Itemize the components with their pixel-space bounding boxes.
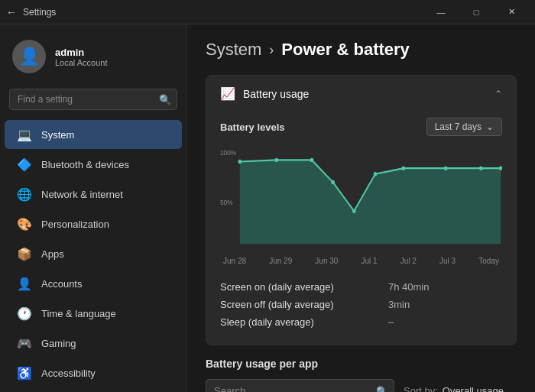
chart-title: Battery levels	[220, 121, 285, 133]
app-container: 👤 admin Local Account 🔍 💻 System 🔷 Bluet…	[0, 24, 535, 392]
battery-usage-card-body: Battery levels Last 7 days ⌄ 100% 50%	[206, 112, 516, 345]
breadcrumb-arrow: ›	[269, 42, 274, 58]
stat-value: 7h 40min	[388, 281, 429, 293]
sort-value: Overall usage	[443, 385, 504, 392]
maximize-button[interactable]: □	[459, 0, 494, 24]
nav-label-gaming: Gaming	[41, 338, 76, 349]
nav-label-network: Network & internet	[41, 189, 123, 200]
app-search-input[interactable]	[206, 379, 394, 392]
nav-label-system: System	[41, 129, 74, 141]
stat-key: Screen off (daily average)	[220, 299, 388, 310]
user-info: admin Local Account	[55, 47, 108, 67]
chart-x-label: Jul 2	[400, 257, 417, 265]
nav-icon-gaming: 🎮	[17, 335, 32, 351]
svg-point-11	[374, 172, 378, 176]
breadcrumb-system: System	[206, 40, 261, 60]
sidebar-search-box: 🔍	[9, 89, 177, 110]
chart-x-label: Jul 1	[362, 257, 378, 265]
battery-usage-card-header[interactable]: 📈 Battery usage ⌃	[206, 76, 516, 112]
sidebar-search-input[interactable]	[9, 89, 177, 110]
sidebar-search-icon: 🔍	[159, 94, 171, 105]
nav-icon-time: 🕐	[17, 306, 32, 321]
content-area: System › Power & battery 📈 Battery usage…	[187, 24, 535, 392]
stat-row: Screen off (daily average) 3min	[220, 296, 502, 313]
svg-point-14	[479, 166, 483, 170]
battery-usage-card: 📈 Battery usage ⌃ Battery levels Last 7 …	[206, 75, 517, 345]
nav-label-apps: Apps	[41, 248, 64, 260]
titlebar-controls: — □ ✕	[423, 0, 529, 24]
avatar: 👤	[12, 40, 46, 73]
sort-control[interactable]: Sort by: Overall usage ⌄	[404, 385, 517, 392]
sort-label: Sort by:	[404, 385, 438, 392]
user-name: admin	[55, 47, 108, 58]
minimize-button[interactable]: —	[423, 0, 459, 24]
sidebar-item-network[interactable]: 🌐 Network & internet	[5, 180, 182, 209]
app-search-row: 🔍 Sort by: Overall usage ⌄	[206, 379, 517, 392]
chart-x-labels: Jun 28Jun 29Jun 30Jul 1Jul 2Jul 3Today	[220, 257, 502, 265]
stat-key: Sleep (daily average)	[220, 316, 388, 328]
chart-x-label: Jul 3	[439, 257, 456, 265]
svg-point-12	[402, 166, 406, 170]
chart-x-label: Jun 29	[269, 257, 292, 265]
nav-list: 💻 System 🔷 Bluetooth & devices 🌐 Network…	[0, 119, 186, 392]
chart-x-label: Jun 28	[223, 257, 246, 265]
nav-icon-system: 💻	[17, 127, 32, 142]
dropdown-chevron-icon: ⌄	[486, 121, 494, 132]
svg-point-8	[310, 158, 314, 162]
battery-chart-container: 100% 50%	[220, 145, 502, 267]
chart-x-label: Jun 30	[315, 257, 338, 265]
nav-label-personalization: Personalization	[41, 219, 109, 230]
sidebar-item-accounts[interactable]: 👤 Accounts	[5, 269, 182, 298]
titlebar: ← Settings — □ ✕	[0, 0, 535, 24]
sidebar-item-personalization[interactable]: 🎨 Personalization	[5, 209, 182, 238]
sidebar-item-system[interactable]: 💻 System	[5, 120, 182, 149]
nav-label-accessibility: Accessibility	[41, 368, 96, 379]
back-icon[interactable]: ←	[6, 6, 17, 18]
battery-chart-icon: 📈	[220, 86, 235, 101]
svg-text:100%: 100%	[220, 148, 236, 157]
sidebar-item-time[interactable]: 🕐 Time & language	[5, 299, 182, 328]
svg-point-9	[331, 180, 335, 184]
svg-point-6	[238, 160, 242, 164]
chevron-up-icon: ⌃	[494, 89, 502, 99]
battery-usage-label: Battery usage	[243, 88, 309, 100]
battery-per-app-title: Battery usage per app	[206, 358, 517, 370]
sidebar-item-bluetooth[interactable]: 🔷 Bluetooth & devices	[5, 150, 182, 179]
nav-icon-apps: 📦	[17, 246, 32, 261]
page-header: System › Power & battery	[206, 40, 517, 60]
stat-row: Sleep (daily average) –	[220, 313, 502, 331]
nav-icon-network: 🌐	[17, 186, 32, 202]
nav-label-time: Time & language	[41, 308, 116, 319]
app-search-box: 🔍	[206, 379, 394, 392]
chart-controls: Battery levels Last 7 days ⌄	[220, 118, 502, 136]
breadcrumb-current: Power & battery	[281, 40, 410, 60]
stat-value: 3min	[388, 299, 410, 310]
battery-stats: Screen on (daily average) 7h 40min Scree…	[220, 278, 502, 331]
sort-chevron-icon: ⌄	[508, 385, 517, 392]
sidebar-item-privacy[interactable]: 🔒 Privacy & security	[5, 388, 182, 392]
stat-key: Screen on (daily average)	[220, 281, 388, 293]
nav-icon-accounts: 👤	[17, 276, 32, 291]
titlebar-title: Settings	[23, 7, 56, 18]
svg-point-10	[352, 209, 356, 212]
sidebar: 👤 admin Local Account 🔍 💻 System 🔷 Bluet…	[0, 24, 187, 392]
user-profile: 👤 admin Local Account	[0, 34, 186, 86]
sidebar-item-apps[interactable]: 📦 Apps	[5, 239, 182, 268]
app-search-icon: 🔍	[376, 385, 388, 392]
time-range-dropdown[interactable]: Last 7 days ⌄	[426, 118, 502, 136]
nav-icon-accessibility: ♿	[17, 365, 32, 381]
sidebar-item-gaming[interactable]: 🎮 Gaming	[5, 329, 182, 358]
chart-x-label: Today	[478, 257, 499, 265]
nav-label-accounts: Accounts	[41, 278, 82, 290]
time-range-label: Last 7 days	[435, 121, 481, 132]
close-button[interactable]: ✕	[494, 0, 529, 24]
nav-icon-personalization: 🎨	[17, 216, 32, 232]
user-role: Local Account	[55, 58, 108, 67]
svg-point-13	[444, 166, 448, 170]
stat-row: Screen on (daily average) 7h 40min	[220, 278, 502, 296]
sidebar-item-accessibility[interactable]: ♿ Accessibility	[5, 358, 182, 387]
titlebar-left: ← Settings	[6, 6, 56, 18]
stat-value: –	[388, 316, 394, 328]
battery-usage-header-left: 📈 Battery usage	[220, 86, 309, 101]
nav-label-bluetooth: Bluetooth & devices	[41, 159, 129, 170]
